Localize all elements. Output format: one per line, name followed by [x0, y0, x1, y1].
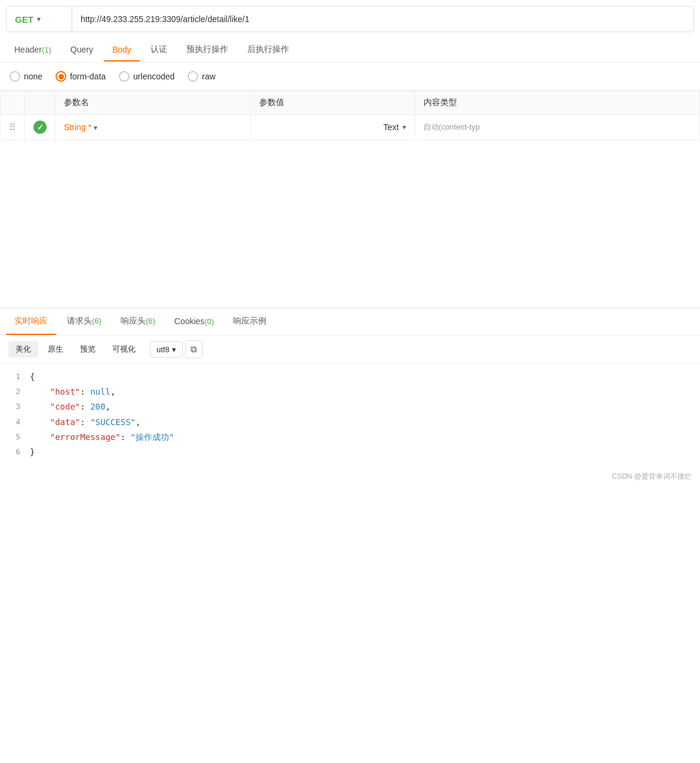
response-section: 实时响应 请求头(6) 响应头(6) Cookies(0) 响应示例 美化 原生…: [0, 307, 700, 466]
check-cell[interactable]: ✓: [25, 115, 56, 140]
content-type-cell: 自动(content-typ: [415, 115, 699, 140]
param-name-cell[interactable]: String * ▾: [56, 115, 251, 140]
tab-realtime-response[interactable]: 实时响应: [6, 309, 56, 335]
json-value-host: null: [90, 387, 110, 396]
response-tabs-bar: 实时响应 请求头(6) 响应头(6) Cookies(0) 响应示例: [0, 309, 700, 336]
view-beautify-button[interactable]: 美化: [8, 341, 38, 358]
json-line-3: 3 "code": 200,: [0, 399, 700, 414]
radio-none[interactable]: none: [10, 71, 42, 82]
encoding-label: utf8: [156, 345, 170, 354]
line-number-4: 4: [6, 415, 30, 429]
value-type-selector[interactable]: Text ▾: [259, 122, 406, 132]
encoding-selector[interactable]: utf8 ▾: [150, 341, 183, 358]
tab-auth[interactable]: 认证: [142, 38, 176, 62]
tab-cookies[interactable]: Cookies(0): [166, 309, 222, 334]
col-drag: [1, 91, 25, 115]
view-raw-button[interactable]: 原生: [41, 341, 70, 358]
json-line-1: 1 {: [0, 370, 700, 384]
col-param-value: 参数值: [251, 91, 415, 115]
value-type-chevron-icon: ▾: [403, 123, 406, 131]
view-visual-button[interactable]: 可视化: [105, 341, 143, 358]
tab-query[interactable]: Query: [62, 39, 102, 61]
empty-body-area: [0, 140, 700, 307]
tab-post-exec[interactable]: 后执行操作: [239, 38, 297, 62]
params-table: 参数名 参数值 内容类型 ⠿ ✓ String * ▾ Text ▾: [0, 91, 700, 140]
json-line-5: 5 "errorMessage": "操作成功": [0, 430, 700, 445]
json-key-data: "data": [50, 417, 81, 427]
json-line-2-content: "host": null,: [30, 384, 694, 399]
json-line-6: 6 }: [0, 445, 700, 460]
param-type-badge: String: [64, 122, 86, 132]
watermark: CSDN @爱背单词不搂烂: [0, 466, 700, 488]
method-chevron-icon: ▾: [37, 15, 41, 23]
view-mode-bar: 美化 原生 预览 可视化 utf8 ▾ ⧉: [0, 336, 700, 364]
radio-raw-circle: [188, 71, 198, 82]
value-type-label: Text: [383, 122, 399, 132]
url-bar: GET ▾: [6, 6, 694, 32]
radio-raw-label: raw: [202, 72, 216, 81]
param-type-chevron-icon: ▾: [94, 124, 97, 132]
json-line-4: 4 "data": "SUCCESS",: [0, 415, 700, 430]
radio-urlencoded-label: urlencoded: [133, 72, 174, 81]
content-type-value: 自动(content-typ: [423, 122, 480, 131]
line-number-5: 5: [6, 430, 30, 444]
json-value-data: "SUCCESS": [90, 417, 136, 427]
json-value-code: 200: [90, 402, 105, 411]
tab-pre-exec[interactable]: 预执行操作: [178, 38, 237, 62]
url-input[interactable]: [72, 14, 693, 24]
json-line-3-content: "code": 200,: [30, 399, 694, 414]
json-viewer: 1 { 2 "host": null, 3 "code": 200, 4 "da…: [0, 364, 700, 466]
radio-none-circle: [10, 71, 20, 82]
required-star: *: [88, 122, 91, 132]
tab-response-headers[interactable]: 响应头(6): [112, 309, 164, 335]
param-value-cell[interactable]: Text ▾: [251, 115, 415, 140]
json-key-code: "code": [50, 402, 81, 411]
encoding-chevron-icon: ▾: [172, 345, 176, 354]
json-line-4-content: "data": "SUCCESS",: [30, 415, 694, 430]
radio-form-data[interactable]: form-data: [56, 71, 106, 82]
col-content-type: 内容类型: [415, 91, 699, 115]
request-tabs-bar: Header(1) Query Body 认证 预执行操作 后执行操作: [0, 38, 700, 63]
row-check-icon: ✓: [33, 121, 47, 134]
json-brace-close: }: [30, 445, 694, 460]
line-number-2: 2: [6, 384, 30, 398]
json-key-error-message: "errorMessage": [50, 432, 121, 442]
line-number-3: 3: [6, 399, 30, 413]
col-check: [25, 91, 56, 115]
line-number-6: 6: [6, 445, 30, 459]
tab-request-headers[interactable]: 请求头(6): [59, 309, 110, 335]
body-type-row: none form-data urlencoded raw: [0, 63, 700, 91]
tab-response-example[interactable]: 响应示例: [225, 309, 275, 335]
response-headers-label: 响应头: [121, 316, 146, 325]
radio-urlencoded-circle: [119, 71, 130, 82]
json-brace-open: {: [30, 370, 694, 384]
method-label: GET: [15, 14, 33, 24]
copy-button[interactable]: ⧉: [185, 340, 202, 358]
drag-handle-cell[interactable]: ⠿: [1, 115, 25, 140]
radio-urlencoded[interactable]: urlencoded: [119, 71, 174, 82]
view-preview-button[interactable]: 预览: [73, 341, 103, 358]
radio-none-label: none: [24, 72, 42, 81]
tab-header[interactable]: Header(1): [6, 39, 60, 61]
tab-body[interactable]: Body: [104, 39, 140, 61]
radio-form-data-label: form-data: [70, 72, 106, 81]
col-param-name: 参数名: [56, 91, 251, 115]
response-example-label: 响应示例: [233, 316, 266, 325]
table-row: ⠿ ✓ String * ▾ Text ▾ 自动(content-typ: [1, 115, 700, 140]
json-value-error-message: "操作成功": [131, 432, 174, 442]
drag-handle-icon: ⠿: [9, 122, 16, 133]
radio-form-data-circle: [56, 71, 66, 82]
json-key-host: "host": [50, 387, 81, 396]
method-selector[interactable]: GET ▾: [7, 7, 72, 32]
json-line-2: 2 "host": null,: [0, 384, 700, 399]
cookies-label: Cookies: [174, 316, 205, 326]
request-headers-label: 请求头: [67, 316, 92, 325]
realtime-response-label: 实时响应: [14, 316, 48, 325]
radio-raw[interactable]: raw: [188, 71, 216, 82]
line-number-1: 1: [6, 370, 30, 383]
json-line-5-content: "errorMessage": "操作成功": [30, 430, 694, 445]
